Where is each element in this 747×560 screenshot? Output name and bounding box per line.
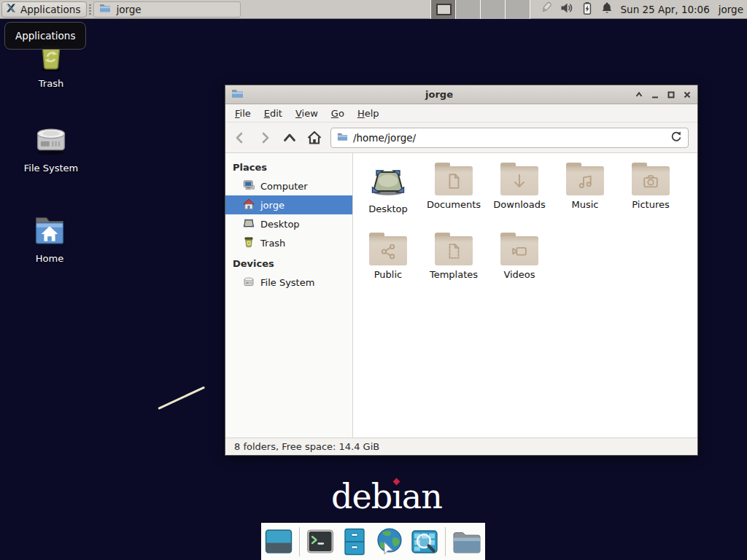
file-label: Videos <box>503 269 535 280</box>
panel-handle[interactable] <box>89 4 91 15</box>
file-label: Desktop <box>368 203 408 214</box>
workspace-window-preview <box>436 4 452 15</box>
menu-go[interactable]: Go <box>325 106 351 121</box>
file-item-documents[interactable]: Documents <box>421 163 487 233</box>
maximize-button[interactable] <box>667 90 676 99</box>
application-finder-icon[interactable] <box>411 528 438 556</box>
desktop-icon-home[interactable]: Home <box>18 211 82 264</box>
sidebar-item-file-system[interactable]: File System <box>225 273 352 292</box>
dock-separator <box>445 527 446 556</box>
stylus-icon[interactable] <box>539 1 554 18</box>
sidebar-item-jorge[interactable]: jorge <box>225 195 352 214</box>
xorg-logo-icon <box>5 2 17 16</box>
sidebar-item-label: jorge <box>260 200 285 211</box>
hard-drive-icon <box>243 276 255 289</box>
forward-button[interactable] <box>255 128 275 148</box>
desktop-icon <box>369 163 407 200</box>
bottom-dock <box>261 523 485 560</box>
file-cabinet-icon[interactable] <box>341 528 368 556</box>
workspace-3[interactable] <box>481 0 506 19</box>
file-item-templates[interactable]: Templates <box>421 233 487 303</box>
path-input[interactable] <box>353 132 665 144</box>
file-item-pictures[interactable]: Pictures <box>618 163 684 233</box>
menu-view[interactable]: View <box>289 106 325 121</box>
file-label: Music <box>572 199 599 210</box>
window-title: jorge <box>244 89 635 100</box>
back-button[interactable] <box>230 128 250 148</box>
sidebar: Places Computer jorge Desktop <box>225 153 353 438</box>
user-home-icon <box>243 198 255 212</box>
file-item-downloads[interactable]: Downloads <box>487 163 552 233</box>
folder-icon <box>566 163 604 195</box>
folder-icon <box>435 163 473 195</box>
folder-icon <box>500 233 538 265</box>
volume-icon[interactable] <box>560 1 574 17</box>
desktop-artifact-line <box>158 386 205 410</box>
menu-edit[interactable]: Edit <box>258 106 289 121</box>
taskbar-window-label: jorge <box>116 4 141 15</box>
sidebar-header-devices: Devices <box>225 252 352 273</box>
toolbar <box>225 122 697 153</box>
file-label: Pictures <box>632 199 669 210</box>
up-button[interactable] <box>279 128 300 148</box>
workspace-4[interactable] <box>506 0 530 19</box>
show-desktop-icon[interactable] <box>265 528 293 556</box>
notifications-bell-icon[interactable] <box>600 1 614 17</box>
applications-menu-label: Applications <box>20 4 80 15</box>
shade-button[interactable] <box>635 90 643 99</box>
taskbar-window-button[interactable]: jorge <box>93 1 241 18</box>
desktop-icon-label: Home <box>36 253 63 264</box>
applications-menu-button[interactable]: Applications <box>1 1 87 18</box>
logo-text-prefix: deb <box>331 477 392 516</box>
desktop-icon-file-system[interactable]: File System <box>19 121 83 174</box>
file-label: Documents <box>427 199 481 210</box>
folder-icon <box>435 233 473 265</box>
file-item-music[interactable]: Music <box>552 163 618 233</box>
file-label: Downloads <box>493 199 545 210</box>
sidebar-item-label: Computer <box>260 181 308 192</box>
file-item-videos[interactable]: Videos <box>487 233 552 303</box>
sidebar-item-computer[interactable]: Computer <box>225 176 352 195</box>
panel-clock[interactable]: Sun 25 Apr, 10:06 <box>621 4 710 15</box>
logo-text-suffix: an <box>402 477 442 516</box>
window-titlebar[interactable]: jorge <box>225 85 697 104</box>
menu-help[interactable]: Help <box>351 106 386 121</box>
sidebar-item-trash[interactable]: Trash <box>225 233 352 252</box>
panel-username[interactable]: jorge <box>719 4 743 15</box>
workspace-2[interactable] <box>456 0 481 19</box>
sidebar-item-label: Desktop <box>260 219 300 230</box>
directory-menu-folder-icon[interactable] <box>452 529 481 554</box>
terminal-icon[interactable] <box>306 528 334 556</box>
sidebar-item-desktop[interactable]: Desktop <box>225 214 352 233</box>
web-browser-globe-icon[interactable] <box>375 527 404 556</box>
folder-icon <box>369 233 407 265</box>
path-folder-icon <box>337 131 348 144</box>
file-manager-window: jorge File Edit View Go Help <box>225 85 698 456</box>
battery-charging-icon[interactable] <box>581 1 594 18</box>
status-bar: 8 folders, Free space: 14.4 GiB <box>225 438 697 455</box>
path-bar[interactable] <box>330 128 689 148</box>
file-item-public[interactable]: Public <box>355 233 421 303</box>
close-button[interactable] <box>683 90 692 99</box>
folder-icon <box>99 2 111 16</box>
workspace-1[interactable] <box>431 0 456 19</box>
top-panel: Applications jorge Sun 25 Apr, 10:06 jor… <box>0 0 747 19</box>
computer-icon <box>243 179 255 193</box>
logo-text-i: ı <box>392 477 402 516</box>
file-grid: Desktop Documents Downloads <box>353 153 697 438</box>
sidebar-item-label: File System <box>260 277 314 288</box>
hard-drive-icon <box>32 121 70 160</box>
file-label: Templates <box>430 269 478 280</box>
window-folder-icon <box>231 88 244 102</box>
workspace-switcher <box>430 0 530 19</box>
folder-icon <box>632 163 670 195</box>
minimize-button[interactable] <box>651 90 659 99</box>
home-button[interactable] <box>304 128 325 148</box>
desktop-icon-label: Trash <box>39 78 63 89</box>
sidebar-header-places: Places <box>225 156 352 176</box>
home-folder-icon <box>31 211 69 250</box>
file-item-desktop[interactable]: Desktop <box>355 163 421 233</box>
trash-can-icon <box>243 236 255 250</box>
menu-file[interactable]: File <box>228 106 258 121</box>
reload-icon[interactable] <box>670 131 682 144</box>
